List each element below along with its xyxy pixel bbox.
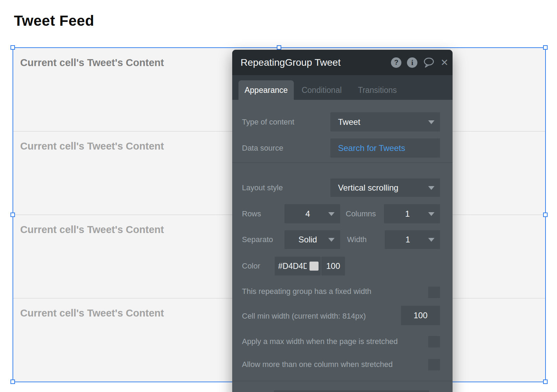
chevron-down-icon xyxy=(328,212,335,216)
panel-header[interactable]: RepeatingGroup Tweet ? i ✕ xyxy=(232,50,453,75)
data-source-label: Data source xyxy=(242,138,283,158)
help-icon[interactable]: ? xyxy=(391,57,401,68)
page-title: Tweet Feed xyxy=(14,13,94,29)
separator-width-value: 1 xyxy=(406,235,410,245)
type-of-content-label: Type of content xyxy=(242,112,294,131)
separator-label: Separato xyxy=(242,230,273,249)
cell-min-width-input[interactable]: 100 xyxy=(401,306,440,325)
selection-handle-middle-left[interactable] xyxy=(10,213,15,217)
color-input[interactable]: #D4D4D4 xyxy=(275,257,321,275)
panel-title: RepeatingGroup Tweet xyxy=(241,57,391,68)
fixed-width-checkbox[interactable] xyxy=(428,287,440,298)
info-icon[interactable]: i xyxy=(407,57,417,68)
cell-min-width-label: Cell min width (current width: 814px) xyxy=(242,307,366,326)
rows-value: 4 xyxy=(305,209,310,219)
type-of-content-value: Tweet xyxy=(338,117,360,127)
allow-more-columns-checkbox[interactable] xyxy=(428,359,440,370)
chevron-down-icon xyxy=(328,238,335,242)
columns-label: Columns xyxy=(346,204,376,223)
data-source-field[interactable]: Search for Tweets xyxy=(330,138,440,158)
section-divider xyxy=(232,162,453,163)
tab-conditional[interactable]: Conditional xyxy=(301,80,342,100)
color-opacity-input[interactable]: 100 xyxy=(321,257,345,275)
layout-style-dropdown[interactable]: Vertical scrolling xyxy=(330,178,440,197)
tab-bar: Appearance Conditional Transitions xyxy=(232,75,453,100)
color-value: #D4D4D4 xyxy=(278,262,307,271)
columns-value: 1 xyxy=(405,209,410,219)
layout-style-label: Layout style xyxy=(242,178,283,197)
clipped-bottom-control[interactable] xyxy=(274,390,429,392)
selection-handle-top-middle[interactable] xyxy=(277,45,281,50)
apply-max-width-label: Apply a max width when the page is stret… xyxy=(242,332,398,351)
color-opacity-value: 100 xyxy=(326,261,340,271)
chevron-down-icon xyxy=(428,120,434,124)
property-editor-panel: RepeatingGroup Tweet ? i ✕ Appearance Co… xyxy=(232,50,453,392)
separator-value: Solid xyxy=(298,235,317,245)
rows-label: Rows xyxy=(242,204,261,223)
tab-appearance[interactable]: Appearance xyxy=(238,80,294,100)
selection-handle-middle-right[interactable] xyxy=(543,213,548,217)
chevron-down-icon xyxy=(428,186,434,190)
comment-icon[interactable] xyxy=(423,57,435,68)
separator-width-label: Width xyxy=(347,230,367,249)
columns-dropdown[interactable]: 1 xyxy=(384,204,440,223)
selection-handle-top-right[interactable] xyxy=(543,45,548,50)
type-of-content-dropdown[interactable]: Tweet xyxy=(330,112,440,131)
layout-style-value: Vertical scrolling xyxy=(338,183,398,193)
tab-transitions[interactable]: Transitions xyxy=(358,80,397,100)
selection-handle-top-left[interactable] xyxy=(10,45,15,50)
close-icon[interactable]: ✕ xyxy=(440,57,448,68)
selection-handle-bottom-left[interactable] xyxy=(10,379,15,384)
data-source-value[interactable]: Search for Tweets xyxy=(338,143,405,153)
fixed-width-label: This repeating group has a fixed width xyxy=(242,282,371,301)
color-label: Color xyxy=(242,257,260,275)
rows-dropdown[interactable]: 4 xyxy=(284,204,340,223)
cell-min-width-value: 100 xyxy=(414,311,427,320)
selection-handle-bottom-right[interactable] xyxy=(543,379,548,384)
allow-more-columns-label: Allow more than one column when stretche… xyxy=(242,355,393,374)
section-divider xyxy=(232,381,453,381)
separator-dropdown[interactable]: Solid xyxy=(284,230,340,249)
separator-width-dropdown[interactable]: 1 xyxy=(385,230,440,249)
color-swatch[interactable] xyxy=(309,262,319,271)
chevron-down-icon xyxy=(428,212,434,216)
chevron-down-icon xyxy=(428,238,434,242)
apply-max-width-checkbox[interactable] xyxy=(428,336,440,347)
